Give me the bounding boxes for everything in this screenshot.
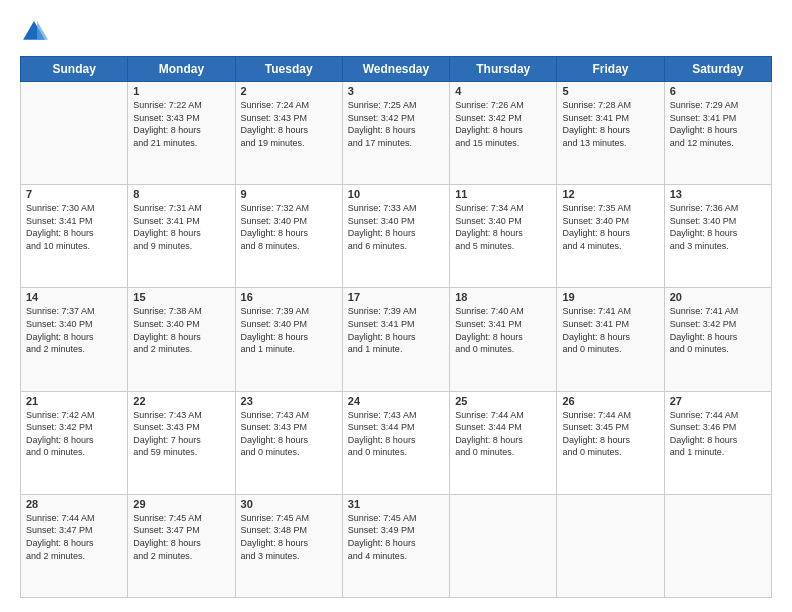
day-number: 28 <box>26 498 122 510</box>
calendar-week-2: 7Sunrise: 7:30 AM Sunset: 3:41 PM Daylig… <box>21 185 772 288</box>
calendar-cell <box>557 494 664 597</box>
day-info: Sunrise: 7:30 AM Sunset: 3:41 PM Dayligh… <box>26 202 122 252</box>
calendar-cell: 18Sunrise: 7:40 AM Sunset: 3:41 PM Dayli… <box>450 288 557 391</box>
calendar-cell: 19Sunrise: 7:41 AM Sunset: 3:41 PM Dayli… <box>557 288 664 391</box>
calendar-header-sunday: Sunday <box>21 57 128 82</box>
day-info: Sunrise: 7:41 AM Sunset: 3:42 PM Dayligh… <box>670 305 766 355</box>
day-number: 3 <box>348 85 444 97</box>
calendar-cell: 21Sunrise: 7:42 AM Sunset: 3:42 PM Dayli… <box>21 391 128 494</box>
day-number: 14 <box>26 291 122 303</box>
calendar-cell: 9Sunrise: 7:32 AM Sunset: 3:40 PM Daylig… <box>235 185 342 288</box>
day-info: Sunrise: 7:22 AM Sunset: 3:43 PM Dayligh… <box>133 99 229 149</box>
day-number: 29 <box>133 498 229 510</box>
calendar-cell: 11Sunrise: 7:34 AM Sunset: 3:40 PM Dayli… <box>450 185 557 288</box>
day-number: 11 <box>455 188 551 200</box>
day-info: Sunrise: 7:44 AM Sunset: 3:45 PM Dayligh… <box>562 409 658 459</box>
day-number: 9 <box>241 188 337 200</box>
day-info: Sunrise: 7:43 AM Sunset: 3:43 PM Dayligh… <box>241 409 337 459</box>
day-number: 18 <box>455 291 551 303</box>
calendar-cell: 23Sunrise: 7:43 AM Sunset: 3:43 PM Dayli… <box>235 391 342 494</box>
calendar-week-5: 28Sunrise: 7:44 AM Sunset: 3:47 PM Dayli… <box>21 494 772 597</box>
calendar-cell: 24Sunrise: 7:43 AM Sunset: 3:44 PM Dayli… <box>342 391 449 494</box>
day-number: 21 <box>26 395 122 407</box>
calendar-cell: 4Sunrise: 7:26 AM Sunset: 3:42 PM Daylig… <box>450 82 557 185</box>
header <box>20 18 772 46</box>
page: SundayMondayTuesdayWednesdayThursdayFrid… <box>0 0 792 612</box>
day-info: Sunrise: 7:39 AM Sunset: 3:41 PM Dayligh… <box>348 305 444 355</box>
calendar-cell: 22Sunrise: 7:43 AM Sunset: 3:43 PM Dayli… <box>128 391 235 494</box>
calendar-week-1: 1Sunrise: 7:22 AM Sunset: 3:43 PM Daylig… <box>21 82 772 185</box>
calendar-cell: 20Sunrise: 7:41 AM Sunset: 3:42 PM Dayli… <box>664 288 771 391</box>
day-number: 16 <box>241 291 337 303</box>
calendar-cell: 14Sunrise: 7:37 AM Sunset: 3:40 PM Dayli… <box>21 288 128 391</box>
day-number: 2 <box>241 85 337 97</box>
calendar-cell: 15Sunrise: 7:38 AM Sunset: 3:40 PM Dayli… <box>128 288 235 391</box>
calendar-cell: 13Sunrise: 7:36 AM Sunset: 3:40 PM Dayli… <box>664 185 771 288</box>
day-info: Sunrise: 7:42 AM Sunset: 3:42 PM Dayligh… <box>26 409 122 459</box>
logo <box>20 18 52 46</box>
calendar-table: SundayMondayTuesdayWednesdayThursdayFrid… <box>20 56 772 598</box>
day-number: 20 <box>670 291 766 303</box>
calendar-cell <box>450 494 557 597</box>
calendar-cell: 2Sunrise: 7:24 AM Sunset: 3:43 PM Daylig… <box>235 82 342 185</box>
day-number: 6 <box>670 85 766 97</box>
day-number: 8 <box>133 188 229 200</box>
day-info: Sunrise: 7:24 AM Sunset: 3:43 PM Dayligh… <box>241 99 337 149</box>
day-number: 19 <box>562 291 658 303</box>
day-info: Sunrise: 7:37 AM Sunset: 3:40 PM Dayligh… <box>26 305 122 355</box>
calendar-header-row: SundayMondayTuesdayWednesdayThursdayFrid… <box>21 57 772 82</box>
day-number: 25 <box>455 395 551 407</box>
calendar-cell: 31Sunrise: 7:45 AM Sunset: 3:49 PM Dayli… <box>342 494 449 597</box>
day-info: Sunrise: 7:45 AM Sunset: 3:47 PM Dayligh… <box>133 512 229 562</box>
calendar-cell <box>664 494 771 597</box>
day-number: 15 <box>133 291 229 303</box>
day-number: 23 <box>241 395 337 407</box>
calendar-header-tuesday: Tuesday <box>235 57 342 82</box>
day-info: Sunrise: 7:38 AM Sunset: 3:40 PM Dayligh… <box>133 305 229 355</box>
calendar-cell: 25Sunrise: 7:44 AM Sunset: 3:44 PM Dayli… <box>450 391 557 494</box>
day-info: Sunrise: 7:45 AM Sunset: 3:48 PM Dayligh… <box>241 512 337 562</box>
day-number: 12 <box>562 188 658 200</box>
day-info: Sunrise: 7:36 AM Sunset: 3:40 PM Dayligh… <box>670 202 766 252</box>
calendar-cell: 1Sunrise: 7:22 AM Sunset: 3:43 PM Daylig… <box>128 82 235 185</box>
calendar-header-saturday: Saturday <box>664 57 771 82</box>
day-info: Sunrise: 7:44 AM Sunset: 3:47 PM Dayligh… <box>26 512 122 562</box>
day-info: Sunrise: 7:40 AM Sunset: 3:41 PM Dayligh… <box>455 305 551 355</box>
calendar-cell: 16Sunrise: 7:39 AM Sunset: 3:40 PM Dayli… <box>235 288 342 391</box>
calendar-header-wednesday: Wednesday <box>342 57 449 82</box>
calendar-cell: 5Sunrise: 7:28 AM Sunset: 3:41 PM Daylig… <box>557 82 664 185</box>
calendar-header-monday: Monday <box>128 57 235 82</box>
calendar-cell: 12Sunrise: 7:35 AM Sunset: 3:40 PM Dayli… <box>557 185 664 288</box>
day-number: 31 <box>348 498 444 510</box>
day-info: Sunrise: 7:41 AM Sunset: 3:41 PM Dayligh… <box>562 305 658 355</box>
day-info: Sunrise: 7:33 AM Sunset: 3:40 PM Dayligh… <box>348 202 444 252</box>
calendar-cell: 3Sunrise: 7:25 AM Sunset: 3:42 PM Daylig… <box>342 82 449 185</box>
day-number: 26 <box>562 395 658 407</box>
day-info: Sunrise: 7:44 AM Sunset: 3:44 PM Dayligh… <box>455 409 551 459</box>
day-number: 13 <box>670 188 766 200</box>
calendar-cell <box>21 82 128 185</box>
calendar-cell: 8Sunrise: 7:31 AM Sunset: 3:41 PM Daylig… <box>128 185 235 288</box>
day-number: 7 <box>26 188 122 200</box>
day-number: 30 <box>241 498 337 510</box>
calendar-cell: 6Sunrise: 7:29 AM Sunset: 3:41 PM Daylig… <box>664 82 771 185</box>
calendar-cell: 30Sunrise: 7:45 AM Sunset: 3:48 PM Dayli… <box>235 494 342 597</box>
calendar-cell: 7Sunrise: 7:30 AM Sunset: 3:41 PM Daylig… <box>21 185 128 288</box>
day-number: 1 <box>133 85 229 97</box>
day-info: Sunrise: 7:43 AM Sunset: 3:43 PM Dayligh… <box>133 409 229 459</box>
day-number: 24 <box>348 395 444 407</box>
day-number: 22 <box>133 395 229 407</box>
day-info: Sunrise: 7:44 AM Sunset: 3:46 PM Dayligh… <box>670 409 766 459</box>
day-info: Sunrise: 7:31 AM Sunset: 3:41 PM Dayligh… <box>133 202 229 252</box>
calendar-cell: 27Sunrise: 7:44 AM Sunset: 3:46 PM Dayli… <box>664 391 771 494</box>
calendar-week-3: 14Sunrise: 7:37 AM Sunset: 3:40 PM Dayli… <box>21 288 772 391</box>
day-info: Sunrise: 7:29 AM Sunset: 3:41 PM Dayligh… <box>670 99 766 149</box>
day-number: 5 <box>562 85 658 97</box>
day-number: 27 <box>670 395 766 407</box>
day-info: Sunrise: 7:28 AM Sunset: 3:41 PM Dayligh… <box>562 99 658 149</box>
day-info: Sunrise: 7:25 AM Sunset: 3:42 PM Dayligh… <box>348 99 444 149</box>
day-number: 10 <box>348 188 444 200</box>
calendar-cell: 29Sunrise: 7:45 AM Sunset: 3:47 PM Dayli… <box>128 494 235 597</box>
calendar-header-friday: Friday <box>557 57 664 82</box>
day-number: 4 <box>455 85 551 97</box>
